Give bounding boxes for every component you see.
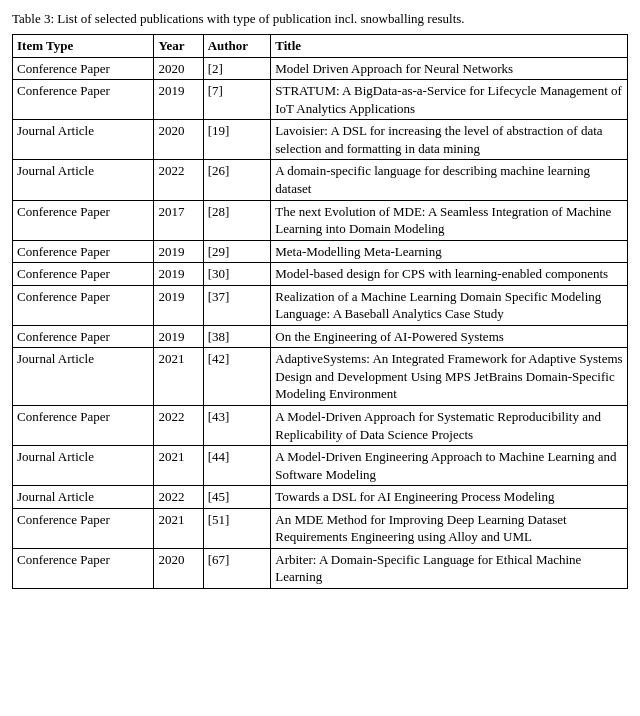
header-item-type: Item Type [13, 35, 154, 58]
cell-year: 2019 [154, 240, 203, 263]
cell-title: Towards a DSL for AI Engineering Process… [271, 486, 628, 509]
cell-author: [51] [203, 508, 271, 548]
cell-author: [26] [203, 160, 271, 200]
cell-year: 2020 [154, 120, 203, 160]
cell-item-type: Conference Paper [13, 240, 154, 263]
cell-item-type: Journal Article [13, 120, 154, 160]
cell-title: An MDE Method for Improving Deep Learnin… [271, 508, 628, 548]
cell-title: Realization of a Machine Learning Domain… [271, 285, 628, 325]
cell-author: [67] [203, 548, 271, 588]
table-caption: Table 3: List of selected publications w… [12, 10, 628, 28]
cell-title: The next Evolution of MDE: A Seamless In… [271, 200, 628, 240]
cell-item-type: Conference Paper [13, 406, 154, 446]
table-row: Conference Paper2019[30]Model-based desi… [13, 263, 628, 286]
table-row: Conference Paper2019[7]STRATUM: A BigDat… [13, 80, 628, 120]
cell-item-type: Conference Paper [13, 285, 154, 325]
cell-year: 2020 [154, 57, 203, 80]
cell-title: Meta-Modelling Meta-Learning [271, 240, 628, 263]
cell-item-type: Conference Paper [13, 80, 154, 120]
cell-author: [45] [203, 486, 271, 509]
table-row: Conference Paper2020[67]Arbiter: A Domai… [13, 548, 628, 588]
cell-item-type: Journal Article [13, 160, 154, 200]
table-row: Journal Article2022[26]A domain-specific… [13, 160, 628, 200]
header-title: Title [271, 35, 628, 58]
table-row: Conference Paper2017[28]The next Evoluti… [13, 200, 628, 240]
table-row: Conference Paper2019[38]On the Engineeri… [13, 325, 628, 348]
table-row: Conference Paper2022[43]A Model-Driven A… [13, 406, 628, 446]
cell-item-type: Journal Article [13, 348, 154, 406]
table-row: Conference Paper2020[2]Model Driven Appr… [13, 57, 628, 80]
publications-table: Item Type Year Author Title Conference P… [12, 34, 628, 589]
cell-year: 2022 [154, 486, 203, 509]
cell-title: Arbiter: A Domain-Specific Language for … [271, 548, 628, 588]
cell-year: 2021 [154, 508, 203, 548]
cell-year: 2019 [154, 325, 203, 348]
cell-title: Model Driven Approach for Neural Network… [271, 57, 628, 80]
cell-author: [37] [203, 285, 271, 325]
cell-author: [44] [203, 446, 271, 486]
cell-item-type: Conference Paper [13, 263, 154, 286]
cell-item-type: Conference Paper [13, 508, 154, 548]
cell-title: A Model-Driven Approach for Systematic R… [271, 406, 628, 446]
cell-author: [38] [203, 325, 271, 348]
cell-title: Lavoisier: A DSL for increasing the leve… [271, 120, 628, 160]
cell-year: 2020 [154, 548, 203, 588]
cell-item-type: Conference Paper [13, 200, 154, 240]
cell-year: 2021 [154, 446, 203, 486]
cell-title: AdaptiveSystems: An Integrated Framework… [271, 348, 628, 406]
table-header-row: Item Type Year Author Title [13, 35, 628, 58]
cell-item-type: Conference Paper [13, 548, 154, 588]
cell-item-type: Journal Article [13, 446, 154, 486]
cell-author: [29] [203, 240, 271, 263]
cell-year: 2022 [154, 406, 203, 446]
cell-author: [30] [203, 263, 271, 286]
cell-title: A Model-Driven Engineering Approach to M… [271, 446, 628, 486]
cell-title: A domain-specific language for describin… [271, 160, 628, 200]
table-row: Journal Article2022[45]Towards a DSL for… [13, 486, 628, 509]
table-row: Conference Paper2021[51]An MDE Method fo… [13, 508, 628, 548]
cell-year: 2022 [154, 160, 203, 200]
cell-item-type: Conference Paper [13, 57, 154, 80]
cell-year: 2019 [154, 263, 203, 286]
table-row: Conference Paper2019[37]Realization of a… [13, 285, 628, 325]
cell-author: [42] [203, 348, 271, 406]
cell-year: 2021 [154, 348, 203, 406]
table-row: Journal Article2021[42]AdaptiveSystems: … [13, 348, 628, 406]
cell-year: 2019 [154, 80, 203, 120]
header-author: Author [203, 35, 271, 58]
cell-author: [19] [203, 120, 271, 160]
cell-item-type: Conference Paper [13, 325, 154, 348]
cell-author: [7] [203, 80, 271, 120]
table-row: Journal Article2020[19]Lavoisier: A DSL … [13, 120, 628, 160]
cell-title: STRATUM: A BigData-as-a-Service for Life… [271, 80, 628, 120]
cell-year: 2017 [154, 200, 203, 240]
cell-title: On the Engineering of AI-Powered Systems [271, 325, 628, 348]
cell-year: 2019 [154, 285, 203, 325]
cell-author: [2] [203, 57, 271, 80]
header-year: Year [154, 35, 203, 58]
cell-author: [28] [203, 200, 271, 240]
cell-title: Model-based design for CPS with learning… [271, 263, 628, 286]
cell-author: [43] [203, 406, 271, 446]
cell-item-type: Journal Article [13, 486, 154, 509]
table-row: Journal Article2021[44]A Model-Driven En… [13, 446, 628, 486]
table-row: Conference Paper2019[29]Meta-Modelling M… [13, 240, 628, 263]
